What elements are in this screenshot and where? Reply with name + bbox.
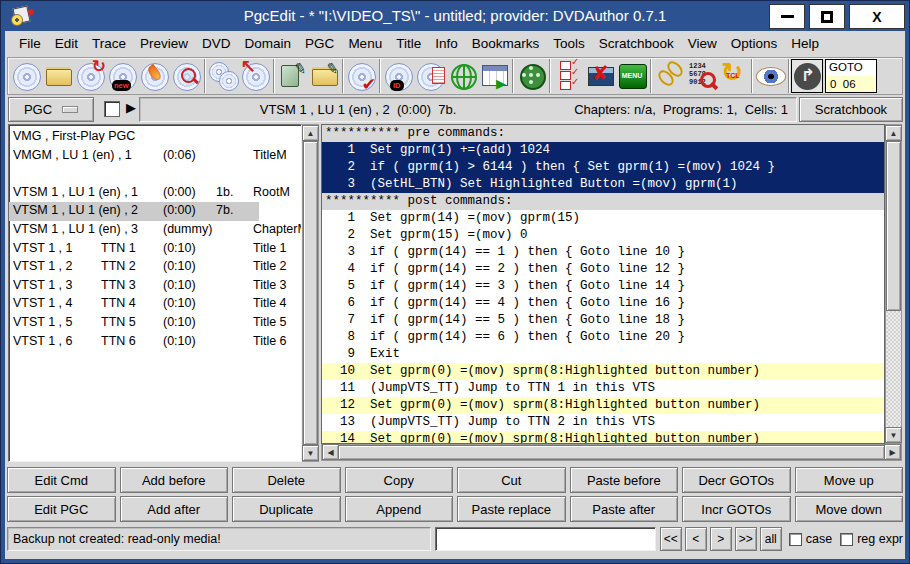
- menu-item[interactable]: Help: [786, 34, 824, 53]
- checkbox[interactable]: [789, 533, 802, 546]
- tcl-console-icon[interactable]: [717, 59, 749, 93]
- menu-item[interactable]: DVD: [197, 34, 236, 53]
- command-line[interactable]: 3 if ( gprm(14) == 1 ) then { Goto line …: [322, 244, 884, 261]
- command-line[interactable]: 6 if ( gprm(14) == 4 ) then { Goto line …: [322, 295, 884, 312]
- menu-item[interactable]: Scratchbook: [594, 34, 679, 53]
- menu-item[interactable]: Options: [726, 34, 783, 53]
- menu-item[interactable]: Preview: [135, 34, 193, 53]
- web-icon[interactable]: [446, 59, 478, 93]
- title-bar[interactable]: PgcEdit - * "I:\VIDEO_TS\" - untitled; p…: [1, 1, 909, 31]
- action-button[interactable]: Decr GOTOs: [682, 467, 791, 493]
- preview-eye-icon[interactable]: [754, 59, 786, 93]
- pgc-list-row[interactable]: [9, 165, 301, 184]
- search-nav-button[interactable]: <: [685, 527, 707, 551]
- burn-dvd-icon[interactable]: [138, 59, 170, 93]
- reopen-dvd-icon[interactable]: [74, 59, 106, 93]
- new-dvd-icon[interactable]: [106, 59, 138, 93]
- action-button[interactable]: Edit Cmd: [7, 467, 116, 493]
- scroll-up-icon[interactable]: ▲: [302, 125, 319, 141]
- search-nav-button[interactable]: all: [760, 527, 782, 551]
- scroll-thumb[interactable]: [338, 445, 885, 460]
- search-nav-button[interactable]: >>: [735, 527, 757, 551]
- save-dvd-icon[interactable]: [308, 59, 340, 93]
- save-project-icon[interactable]: [276, 59, 308, 93]
- menu-button-icon[interactable]: [616, 59, 648, 93]
- pgc-list-row[interactable]: VTST 1 , 6 TTN 6 (0:10) Title 6: [9, 333, 301, 352]
- command-line[interactable]: 5 if ( gprm(14) == 3 ) then { Goto line …: [322, 278, 884, 295]
- action-button[interactable]: Add after: [120, 496, 229, 522]
- action-button[interactable]: Move up: [795, 467, 904, 493]
- menu-item[interactable]: View: [683, 34, 722, 53]
- scroll-up-icon[interactable]: ▲: [885, 125, 902, 141]
- command-line[interactable]: 10 Set gprm(0) =(mov) sprm(8:Highlighted…: [322, 363, 884, 380]
- scroll-thumb[interactable]: [303, 141, 318, 445]
- command-line[interactable]: 1 Set gprm(1) +=(add) 1024: [322, 142, 884, 159]
- menu-editor-icon[interactable]: [478, 59, 510, 93]
- search-input[interactable]: [435, 527, 656, 551]
- action-button[interactable]: Append: [345, 496, 454, 522]
- menu-item[interactable]: File: [14, 34, 46, 53]
- pgc-list-row[interactable]: VTST 1 , 4 TTN 4 (0:10) Title 4: [9, 295, 301, 314]
- action-button[interactable]: Paste before: [570, 467, 679, 493]
- import-pgc-icon[interactable]: [239, 59, 271, 93]
- scroll-thumb[interactable]: [886, 141, 901, 311]
- pgc-list-row[interactable]: VTSM 1 , LU 1 (en) , 2 (0:00) 7b.: [9, 202, 301, 221]
- command-list-vscrollbar[interactable]: ▲ ▼: [885, 124, 902, 444]
- pgc-list-row[interactable]: VTST 1 , 5 TTN 5 (0:10) Title 5: [9, 314, 301, 333]
- command-line[interactable]: 11 (JumpVTS_TT) Jump to TTN 1 in this VT…: [322, 380, 884, 397]
- command-line[interactable]: 13 (JumpVTS_TT) Jump to TTN 2 in this VT…: [322, 414, 884, 431]
- pgc-list-row[interactable]: VTST 1 , 2 TTN 2 (0:10) Title 2: [9, 258, 301, 277]
- scratchbook-button[interactable]: Scratchbook: [799, 97, 903, 122]
- pgc-list-row[interactable]: VMGM , LU 1 (en) , 1 (0:06) TitleM: [9, 147, 301, 166]
- action-button[interactable]: Move down: [795, 496, 904, 522]
- menu-item[interactable]: Trace: [87, 34, 131, 53]
- number-search-icon[interactable]: [685, 59, 717, 93]
- menu-item[interactable]: Title: [391, 34, 426, 53]
- action-button[interactable]: Copy: [345, 467, 454, 493]
- open-dvd-icon[interactable]: [10, 59, 42, 93]
- pgc-list-row[interactable]: VTST 1 , 3 TTN 3 (0:10) Title 3: [9, 277, 301, 296]
- command-line[interactable]: 3 (SetHL_BTN) Set Highlighted Button =(m…: [322, 176, 884, 193]
- scroll-down-icon[interactable]: ▼: [302, 445, 319, 461]
- play-pgc-icon[interactable]: ▶: [126, 100, 136, 115]
- hide-video-icon[interactable]: [584, 59, 616, 93]
- command-line[interactable]: 8 if ( gprm(14) == 6 ) then { Goto line …: [322, 329, 884, 346]
- pgc-list-row[interactable]: VTSM 1 , LU 1 (en) , 3 (dummy) ChapterM: [9, 221, 301, 240]
- copy-pgc-icon[interactable]: [207, 59, 239, 93]
- search-nav-button[interactable]: >: [710, 527, 732, 551]
- open-folder-icon[interactable]: [42, 59, 74, 93]
- scroll-right-icon[interactable]: ▶: [884, 444, 901, 460]
- menu-item[interactable]: Menu: [343, 34, 387, 53]
- command-line[interactable]: 4 if ( gprm(14) == 2 ) then { Goto line …: [322, 261, 884, 278]
- search-dvd-icon[interactable]: [170, 59, 202, 93]
- check-dvd-icon[interactable]: [345, 59, 377, 93]
- command-line[interactable]: 2 Set gprm(15) =(mov) 0: [322, 227, 884, 244]
- view-log-icon[interactable]: [414, 59, 446, 93]
- command-line[interactable]: ********** post commands:: [322, 193, 884, 210]
- pgc-list-row[interactable]: VMG , First-Play PGC: [9, 128, 301, 147]
- action-button[interactable]: Delete: [232, 467, 341, 493]
- action-button[interactable]: Incr GOTOs: [682, 496, 791, 522]
- button-links-icon[interactable]: [653, 59, 685, 93]
- menu-item[interactable]: Domain: [240, 34, 297, 53]
- action-button[interactable]: Add before: [120, 467, 229, 493]
- close-button[interactable]: X: [849, 4, 905, 29]
- checkbox[interactable]: [840, 533, 853, 546]
- command-list-hscrollbar[interactable]: ◀ ▶: [321, 444, 902, 461]
- action-button[interactable]: Cut: [457, 467, 566, 493]
- menu-item[interactable]: PGC: [300, 34, 339, 53]
- command-line[interactable]: 1 Set gprm(14) =(mov) gprm(15): [322, 210, 884, 227]
- pgc-list-row[interactable]: VTSM 1 , LU 1 (en) , 1 (0:00) 1b. RootM: [9, 184, 301, 203]
- pgc-list-scrollbar[interactable]: ▲ ▼: [302, 124, 319, 462]
- scroll-down-icon[interactable]: ▼: [885, 427, 902, 443]
- commands-list-icon[interactable]: [552, 59, 584, 93]
- trace-goto-icon[interactable]: [791, 59, 823, 93]
- menu-item[interactable]: Bookmarks: [467, 34, 545, 53]
- action-button[interactable]: Duplicate: [232, 496, 341, 522]
- command-line[interactable]: 12 Set gprm(0) =(mov) sprm(8:Highlighted…: [322, 397, 884, 414]
- command-line[interactable]: 2 if ( gprm(1) > 6144 ) then { Set gprm(…: [322, 159, 884, 176]
- command-line[interactable]: 14 Set gprm(0) =(mov) sprm(8:Highlighted…: [322, 431, 884, 444]
- command-line[interactable]: ********** pre commands:: [322, 125, 884, 142]
- command-line[interactable]: 9 Exit: [322, 346, 884, 363]
- play-video-icon[interactable]: [515, 59, 547, 93]
